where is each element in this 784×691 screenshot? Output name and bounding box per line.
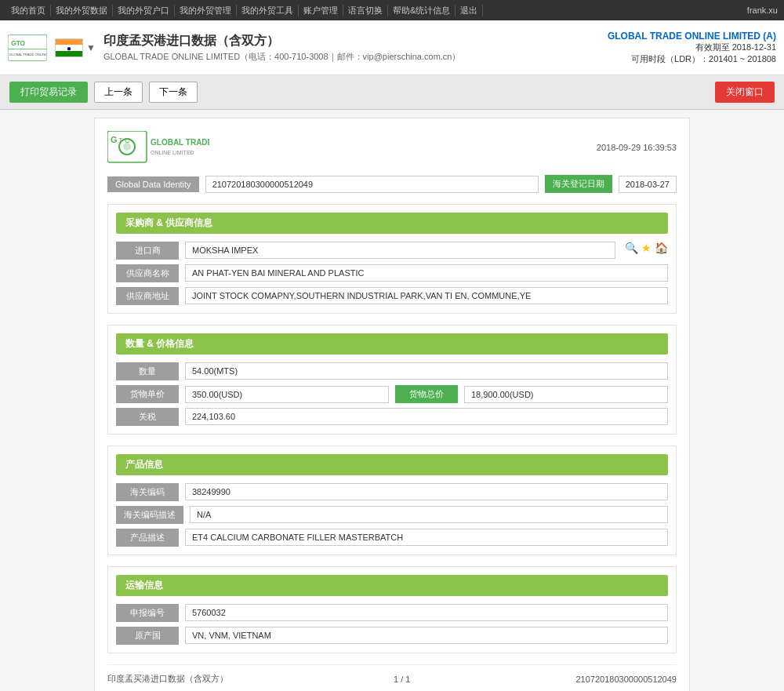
record-timestamp: 2018-09-29 16:39:53 (597, 143, 677, 152)
gdi-label: Global Data Identity (107, 176, 199, 192)
origin-country-label: 原产国 (116, 627, 179, 645)
account-info: GLOBAL TRADE ONLINE LIMITED (A) 有效期至 201… (608, 31, 776, 65)
page-title: 印度孟买港进口数据（含双方） (103, 33, 608, 49)
tax-row: 关税 224,103.60 (116, 408, 668, 426)
quantity-value: 54.00(MTS) (185, 362, 668, 380)
hs-desc-label: 海关编码描述 (116, 506, 183, 524)
origin-country-row: 原产国 VN, VNM, VIETNAM (116, 627, 668, 645)
price-row: 货物单价 350.00(USD) 货物总价 18,900.00(USD) (116, 385, 668, 403)
total-price-value: 18,900.00(USD) (464, 386, 668, 403)
nav-foreign-trade-tools[interactable]: 我的外贸工具 (237, 5, 299, 16)
nav-language-switch[interactable]: 语言切换 (343, 5, 388, 16)
username-display: frank.xu (742, 5, 778, 15)
record-footer: 印度孟买港进口数据（含双方） 1 / 1 2107201803000005120… (107, 664, 677, 685)
nav-logout[interactable]: 退出 (456, 5, 483, 16)
product-desc-label: 产品描述 (116, 529, 179, 547)
close-button-top[interactable]: 关闭窗口 (715, 82, 775, 103)
declare-no-value: 5760032 (185, 604, 668, 621)
country-flag-selector[interactable]: ▼ (55, 38, 96, 57)
supplier-name-row: 供应商名称 AN PHAT-YEN BAI MINERAL AND PLASTI… (116, 264, 668, 282)
tax-value: 224,103.60 (185, 408, 668, 425)
declare-no-row: 申报编号 5760032 (116, 604, 668, 622)
prev-button-top[interactable]: 上一条 (94, 82, 143, 103)
unit-price-label: 货物单价 (116, 385, 179, 403)
hs-code-value: 38249990 (185, 483, 668, 500)
hs-code-row: 海关编码 38249990 (116, 483, 668, 501)
importer-icons: 🔍 ★ 🏠 (625, 242, 668, 254)
buyer-supplier-section: 采购商 & 供应商信息 进口商 MOKSHA IMPEX 🔍 ★ 🏠 供应商名称… (107, 204, 677, 314)
top-navigation: 我的首页 我的外贸数据 我的外贸户口 我的外贸管理 我的外贸工具 账户管理 语言… (0, 0, 784, 20)
customs-reg-date-value: 2018-03-27 (619, 176, 677, 193)
total-price-label: 货物总价 (395, 385, 458, 403)
footer-id: 210720180300000512049 (576, 675, 677, 684)
origin-country-value: VN, VNM, VIETNAM (185, 627, 668, 644)
unit-price-value: 350.00(USD) (185, 386, 389, 403)
next-button-top[interactable]: 下一条 (149, 82, 198, 103)
search-icon[interactable]: 🔍 (625, 242, 638, 254)
supplier-address-row: 供应商地址 JOINT STOCK COMAPNY,SOUTHERN INDUS… (116, 287, 668, 305)
quantity-label: 数量 (116, 362, 179, 380)
product-section: 产品信息 海关编码 38249990 海关编码描述 N/A 产品描述 ET4 C… (107, 446, 677, 555)
page-header: GTO GLOBAL TRADE ONLINE ▼ 印度孟买港进口数据（含双方）… (0, 20, 784, 75)
hs-desc-row: 海关编码描述 N/A (116, 506, 668, 524)
star-icon[interactable]: ★ (641, 242, 652, 254)
quantity-price-header: 数量 & 价格信息 (116, 333, 668, 355)
main-content: G T C GLOBAL TRADE ONLINE LIMITED 2018-0… (0, 110, 784, 691)
footer-title: 印度孟买港进口数据（含双方） (107, 673, 228, 685)
nav-foreign-trade-management[interactable]: 我的外贸管理 (175, 5, 237, 16)
account-validity: 有效期至 2018-12-31 (608, 42, 776, 53)
record-logo: G T C GLOBAL TRADE ONLINE LIMITED (107, 131, 209, 164)
logo-svg: GTO GLOBAL TRADE ONLINE (8, 35, 47, 61)
account-company: GLOBAL TRADE ONLINE LIMITED (A) (608, 31, 776, 42)
hs-code-label: 海关编码 (116, 483, 179, 501)
footer-page: 1 / 1 (394, 675, 410, 684)
svg-text:ONLINE LIMITED: ONLINE LIMITED (151, 150, 194, 155)
global-data-identity-row: Global Data Identity 2107201803000005120… (107, 175, 677, 193)
svg-text:GLOBAL TRADE: GLOBAL TRADE (151, 138, 209, 147)
tax-label: 关税 (116, 408, 179, 426)
nav-help-stats[interactable]: 帮助&统计信息 (388, 5, 456, 16)
record-logo-svg: G T C GLOBAL TRADE ONLINE LIMITED (107, 131, 209, 164)
print-button-top[interactable]: 打印贸易记录 (9, 82, 88, 103)
svg-text:G: G (111, 135, 118, 144)
flag-dropdown-arrow[interactable]: ▼ (86, 42, 96, 53)
supplier-address-label: 供应商地址 (116, 287, 179, 305)
supplier-name-label: 供应商名称 (116, 264, 179, 282)
quantity-row: 数量 54.00(MTS) (116, 362, 668, 380)
product-desc-value: ET4 CALCIUM CARBONATE FILLER MASTERBATCH (185, 529, 668, 546)
total-price-col: 货物总价 18,900.00(USD) (395, 385, 668, 403)
unit-price-col: 货物单价 350.00(USD) (116, 385, 389, 403)
product-desc-row: 产品描述 ET4 CALCIUM CARBONATE FILLER MASTER… (116, 529, 668, 547)
supplier-name-value: AN PHAT-YEN BAI MINERAL AND PLASTIC (185, 264, 668, 282)
home-icon[interactable]: 🏠 (655, 242, 668, 254)
india-flag (55, 38, 83, 57)
record-card: G T C GLOBAL TRADE ONLINE LIMITED 2018-0… (94, 118, 690, 691)
buyer-supplier-header: 采购商 & 供应商信息 (116, 213, 668, 234)
company-logo: GTO GLOBAL TRADE ONLINE (8, 35, 47, 61)
company-subtitle: GLOBAL TRADE ONLINE LIMITED（电话：400-710-3… (103, 51, 608, 63)
gdi-value: 210720180300000512049 (205, 176, 539, 193)
svg-text:GLOBAL TRADE ONLINE: GLOBAL TRADE ONLINE (9, 53, 47, 56)
hs-desc-value: N/A (190, 506, 668, 523)
declare-no-label: 申报编号 (116, 604, 179, 622)
header-info: 印度孟买港进口数据（含双方） GLOBAL TRADE ONLINE LIMIT… (103, 33, 608, 63)
account-time-range: 可用时段（LDR）：201401 ~ 201808 (608, 53, 776, 65)
record-header: G T C GLOBAL TRADE ONLINE LIMITED 2018-0… (107, 131, 677, 164)
nav-foreign-trade-data[interactable]: 我的外贸数据 (51, 5, 113, 16)
svg-text:GTO: GTO (11, 38, 25, 46)
supplier-address-value: JOINT STOCK COMAPNY,SOUTHERN INDUSTRIAL … (185, 287, 668, 304)
importer-label: 进口商 (116, 242, 179, 260)
importer-value: MOKSHA IMPEX (185, 242, 615, 259)
customs-reg-date-label: 海关登记日期 (545, 175, 612, 193)
svg-point-9 (123, 143, 131, 151)
nav-home[interactable]: 我的首页 (6, 5, 51, 16)
top-action-bar: 打印贸易记录 上一条 下一条 关闭窗口 (0, 75, 784, 110)
transport-section: 运输信息 申报编号 5760032 原产国 VN, VNM, VIETNAM (107, 566, 677, 653)
importer-row: 进口商 MOKSHA IMPEX 🔍 ★ 🏠 (116, 242, 668, 260)
nav-account-management[interactable]: 账户管理 (299, 5, 343, 16)
nav-foreign-trade-account[interactable]: 我的外贸户口 (113, 5, 175, 16)
product-header: 产品信息 (116, 454, 668, 475)
transport-header: 运输信息 (116, 575, 668, 596)
quantity-price-section: 数量 & 价格信息 数量 54.00(MTS) 货物单价 350.00(USD)… (107, 325, 677, 435)
